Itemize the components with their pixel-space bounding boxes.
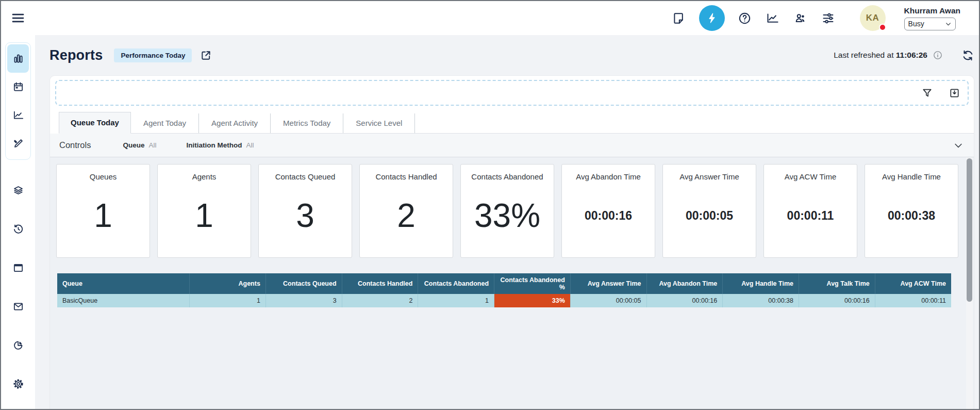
open-in-new-window-icon[interactable] [200, 50, 212, 61]
chevron-down-icon [945, 21, 952, 27]
table-header-cell: Contacts Abandoned % [494, 273, 571, 294]
app-window: KA Khurram Awan Busy Reports Performance… [0, 0, 980, 410]
report-content: Queues1Agents1Contacts Queued3Contacts H… [50, 157, 974, 409]
metric-cards: Queues1Agents1Contacts Queued3Contacts H… [56, 164, 958, 258]
card-value: 00:00:16 [585, 181, 632, 257]
table-cell: 00:00:38 [723, 294, 799, 307]
help-icon[interactable] [737, 10, 753, 26]
table-cell: 1 [418, 294, 494, 307]
card-title: Avg Answer Time [679, 172, 739, 181]
bolt-icon[interactable] [699, 5, 725, 31]
history-icon[interactable] [7, 210, 29, 249]
scrollbar-thumb[interactable] [967, 158, 972, 302]
status-value: Busy [908, 20, 924, 28]
mail-icon[interactable] [7, 287, 29, 326]
tab-agent-today[interactable]: Agent Today [131, 113, 199, 133]
vertical-scrollbar[interactable] [966, 157, 973, 409]
tab-queue-today[interactable]: Queue Today [59, 112, 131, 134]
status-select[interactable]: Busy [904, 18, 956, 30]
card-title: Avg Abandon Time [576, 172, 641, 181]
metric-card-contacts-handled: Contacts Handled2 [359, 164, 453, 258]
table-cell: 00:00:16 [799, 294, 875, 307]
sidebar-analytics-group [5, 42, 31, 160]
refresh-area: Last refreshed at 11:06:26 [834, 49, 974, 62]
table-cell: 00:00:16 [646, 294, 723, 307]
sliders-icon[interactable] [821, 10, 836, 26]
browser-icon[interactable] [7, 249, 29, 287]
filter-initiation-method[interactable]: Initiation MethodAll [186, 141, 254, 149]
table-header-cell: Avg Talk Time [799, 273, 875, 294]
metric-card-contacts-abandoned: Contacts Abandoned33% [460, 164, 554, 258]
card-value: 00:00:38 [888, 181, 935, 257]
info-icon[interactable] [933, 50, 943, 60]
refresh-icon[interactable] [961, 49, 974, 62]
queue-table: QueueAgentsContacts QueuedContacts Handl… [57, 273, 951, 307]
card-value: 33% [474, 181, 540, 257]
line-chart-icon[interactable] [765, 10, 780, 26]
download-icon[interactable] [949, 87, 960, 99]
table-cell: BasicQueue [57, 294, 190, 307]
table-cell: 3 [265, 294, 342, 307]
main-area: Reports Performance Today Last refreshed… [35, 35, 979, 409]
card-title: Avg Handle Time [882, 172, 941, 181]
hamburger-menu-icon[interactable] [8, 8, 28, 28]
card-title: Contacts Queued [275, 172, 336, 181]
design-icon[interactable] [7, 129, 29, 158]
filter-value: All [246, 141, 254, 149]
table-cell: 2 [342, 294, 418, 307]
calendar-icon[interactable] [7, 73, 29, 101]
metric-card-avg-abandon-time: Avg Abandon Time00:00:16 [561, 164, 655, 258]
people-icon[interactable] [793, 10, 808, 26]
metric-card-avg-acw-time: Avg ACW Time00:00:11 [763, 164, 857, 258]
card-title: Avg ACW Time [785, 172, 837, 181]
table-cell: 33% [494, 294, 571, 307]
tab-service-level[interactable]: Service Level [343, 113, 415, 133]
sidebar-items [7, 171, 29, 403]
queue-table-wrap: QueueAgentsContacts QueuedContacts Handl… [57, 273, 951, 307]
table-cell: 00:00:05 [570, 294, 646, 307]
table-cell: 1 [190, 294, 266, 307]
table-row: BasicQueue132133%00:00:0500:00:1600:00:3… [57, 294, 951, 307]
last-refreshed-time: 11:06:26 [896, 51, 927, 59]
tab-agent-activity[interactable]: Agent Activity [199, 113, 271, 133]
sidebar [1, 35, 35, 409]
card-title: Contacts Handled [375, 172, 437, 181]
page-title: Reports [49, 47, 103, 63]
filter-queue[interactable]: QueueAll [123, 141, 156, 149]
user-name: Khurram Awan [904, 6, 960, 15]
filter-icon[interactable] [921, 87, 933, 99]
tab-metrics-today[interactable]: Metrics Today [271, 113, 343, 133]
topbar-actions: KA Khurram Awan Busy [671, 5, 960, 31]
user-block: Khurram Awan Busy [904, 6, 960, 30]
report-tabs: Queue TodayAgent TodayAgent ActivityMetr… [59, 112, 974, 134]
card-value: 1 [195, 181, 213, 257]
table-header-cell: Avg Answer Time [570, 273, 646, 294]
layers-icon[interactable] [7, 171, 29, 210]
card-value: 1 [94, 181, 112, 257]
table-header-cell: Contacts Abandoned [418, 273, 494, 294]
card-value: 00:00:11 [787, 181, 834, 257]
page-header: Reports Performance Today Last refreshed… [49, 35, 974, 75]
table-cell: 00:00:11 [875, 294, 951, 307]
controls-label: Controls [59, 140, 91, 150]
table-header-cell: Contacts Queued [265, 273, 342, 294]
bar-chart-icon[interactable] [7, 44, 29, 73]
card-value: 3 [296, 181, 314, 257]
pie-icon[interactable] [7, 326, 29, 365]
gear-icon[interactable] [7, 365, 29, 403]
note-icon[interactable] [671, 10, 687, 26]
avatar[interactable]: KA [860, 5, 886, 31]
report-name-badge: Performance Today [114, 48, 192, 62]
line-chart-icon[interactable] [7, 101, 29, 129]
card-title: Contacts Abandoned [471, 172, 543, 181]
table-header-cell: Avg Abandon Time [646, 273, 723, 294]
metric-card-avg-handle-time: Avg Handle Time00:00:38 [865, 164, 958, 258]
metric-card-queues: Queues1 [56, 164, 150, 258]
table-header-cell: Avg Handle Time [723, 273, 799, 294]
collapse-controls-chevron-icon[interactable] [953, 140, 964, 151]
metric-card-contacts-queued: Contacts Queued3 [258, 164, 352, 258]
metric-card-avg-answer-time: Avg Answer Time00:00:05 [662, 164, 756, 258]
table-header-cell: Avg ACW Time [875, 273, 951, 294]
filter-name: Queue [123, 141, 144, 149]
table-header-cell: Agents [190, 273, 266, 294]
